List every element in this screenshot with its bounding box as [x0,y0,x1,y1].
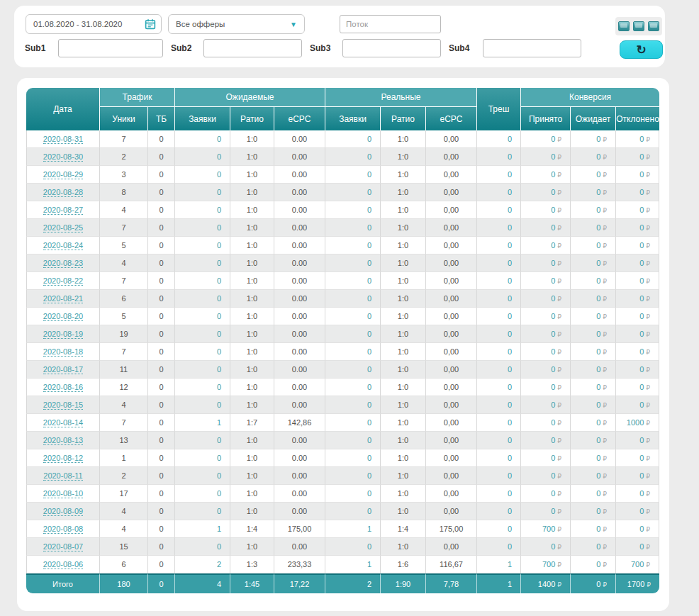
uniques-cell: 4 [100,201,148,219]
ruble-sign: ₽ [646,154,650,161]
date-link[interactable]: 2020-08-09 [43,507,83,516]
accepted-cell: 0₽ [521,325,571,343]
table-row: 2020-08-1919001:00.0001:00,0000₽0₽0₽ [26,325,659,343]
calendar-icon[interactable] [144,18,157,30]
date-link[interactable]: 2020-08-08 [43,525,83,534]
ruble-sign: ₽ [603,491,607,498]
accepted-cell: 0₽ [521,184,571,201]
ruble-sign: ₽ [646,384,650,391]
accepted-cell: 0₽ [521,503,571,520]
export-table-icon-1[interactable] [618,21,630,31]
date-link[interactable]: 2020-08-10 [43,489,83,498]
trash-cell: 0 [477,396,521,414]
date-link[interactable]: 2020-08-19 [43,330,83,339]
real-leads-cell: 0 [325,219,381,237]
tb-cell: 0 [148,237,175,254]
date-link[interactable]: 2020-08-20 [43,312,83,321]
ruble-sign: ₽ [557,455,561,462]
trash-cell: 0 [477,237,521,254]
date-link[interactable]: 2020-08-27 [43,206,83,215]
ruble-sign: ₽ [603,473,607,480]
real-ratio-cell: 1:0 [381,343,426,361]
uniques-cell: 19 [100,325,148,343]
pending-cell: 0₽ [571,556,616,573]
date-cell: 2020-08-06 [26,556,100,573]
table-row: 2020-08-0715001:00.0001:00,0000₽0₽0₽ [26,538,659,556]
date-link[interactable]: 2020-08-21 [43,294,83,303]
sub2-input[interactable] [203,39,302,57]
date-link[interactable]: 2020-08-14 [43,418,83,427]
date-link[interactable]: 2020-08-12 [43,454,83,463]
expected-ecpc-cell: 0.00 [274,308,325,325]
date-cell: 2020-08-25 [26,219,100,237]
export-table-icon-3[interactable] [648,21,659,31]
ruble-sign: ₽ [557,278,561,285]
date-link[interactable]: 2020-08-22 [43,276,83,286]
pending-cell: 0₽ [571,166,616,184]
date-link[interactable]: 2020-08-30 [43,152,83,162]
col-header-declined: Отклонено [616,107,659,130]
totals-trash-cell: 1 [477,573,521,593]
table-row: 2020-08-317001:00.0001:00,0000₽0₽0₽ [26,130,659,148]
uniques-cell: 2 [100,467,148,485]
declined-cell: 0₽ [616,272,659,290]
trash-cell: 0 [477,520,521,538]
real-leads-cell: 1 [325,520,381,538]
ruble-sign: ₽ [646,136,650,143]
tb-cell: 0 [148,556,175,573]
sub3-input[interactable] [342,39,441,57]
ruble-sign: ₽ [646,349,650,356]
date-link[interactable]: 2020-08-15 [43,401,83,410]
expected-leads-cell: 0 [175,254,230,272]
date-cell: 2020-08-16 [26,379,100,396]
refresh-button[interactable]: ↻ [620,40,663,59]
offers-select[interactable]: Все офферы ▼ [168,14,305,34]
ruble-sign: ₽ [646,402,650,409]
tb-cell: 0 [148,520,175,538]
trash-cell: 0 [477,166,521,184]
date-link[interactable]: 2020-08-28 [43,188,83,197]
uniques-cell: 2 [100,148,148,166]
trash-cell: 0 [477,361,521,379]
date-link[interactable]: 2020-08-31 [43,135,83,144]
expected-ratio-cell: 1:0 [230,308,274,325]
export-table-icon-2[interactable] [633,21,644,31]
real-ecpc-cell: 0,00 [426,184,477,201]
date-link[interactable]: 2020-08-29 [43,170,83,179]
col-header-real-ratio: Ратио [381,107,426,130]
expected-ecpc-cell: 142,86 [274,414,325,432]
ruble-sign: ₽ [603,189,607,196]
ruble-sign: ₽ [557,473,561,480]
date-link[interactable]: 2020-08-16 [43,383,83,392]
sub1-input[interactable] [58,39,163,57]
date-link[interactable]: 2020-08-17 [43,365,83,374]
declined-cell: 0₽ [616,219,659,237]
date-link[interactable]: 2020-08-23 [43,259,83,268]
date-range-input[interactable]: 01.08.2020 - 31.08.2020 [26,14,162,34]
totals-date-cell: Итого [26,573,100,593]
stats-tfoot: Итого180041:4517,2221:907,7811400₽0₽1700… [26,573,659,593]
declined-cell: 0₽ [616,184,659,201]
ruble-sign: ₽ [646,437,650,444]
date-cell: 2020-08-28 [26,184,100,201]
real-ratio-cell: 1:0 [381,290,426,308]
sub4-input[interactable] [483,39,581,57]
date-link[interactable]: 2020-08-07 [43,542,83,551]
ruble-sign: ₽ [557,313,561,320]
date-link[interactable]: 2020-08-13 [43,436,83,445]
expected-ecpc-cell: 0.00 [274,467,325,485]
real-leads-cell: 1 [325,556,381,573]
date-link[interactable]: 2020-08-11 [43,471,82,481]
date-link[interactable]: 2020-08-18 [43,347,83,357]
ruble-sign: ₽ [603,402,607,409]
refresh-icon: ↻ [636,44,646,56]
expected-ecpc-cell: 0.00 [274,290,325,308]
ruble-sign: ₽ [557,349,561,356]
expected-leads-cell: 0 [175,219,230,237]
date-link[interactable]: 2020-08-24 [43,241,83,250]
accepted-cell: 0₽ [521,467,571,485]
date-link[interactable]: 2020-08-25 [43,223,83,233]
pending-cell: 0₽ [571,520,616,538]
flow-input[interactable] [340,15,441,33]
date-link[interactable]: 2020-08-06 [43,560,83,569]
